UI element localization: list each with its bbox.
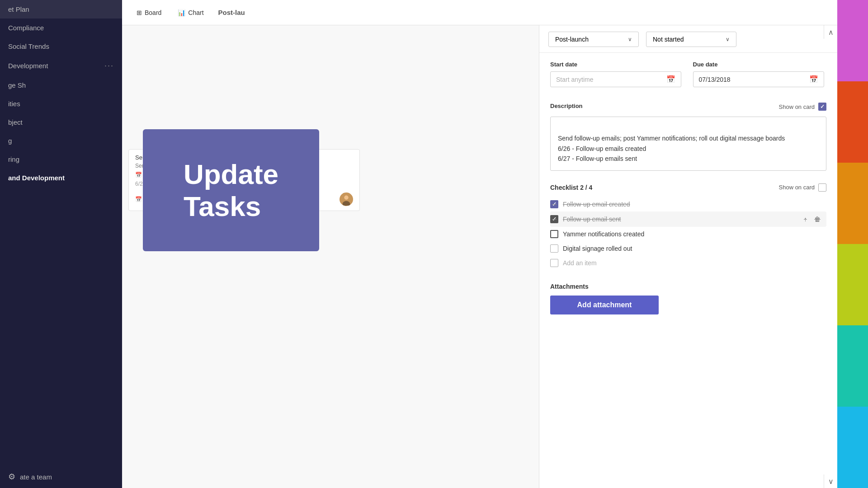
start-date-col: Start date Start anytime 📅 xyxy=(550,61,684,87)
checklist-item-1-actions: ↑ 🗑 xyxy=(802,215,823,224)
phase-chevron-icon: ∨ xyxy=(628,36,632,42)
sidebar-item-development[interactable]: Development ··· xyxy=(0,56,122,76)
card-detail-panel: Post-launch ∨ Not started ∨ Start date S… xyxy=(539,25,837,488)
checklist-checkbox-2[interactable] xyxy=(550,230,558,238)
checklist-checkbox-3[interactable] xyxy=(550,244,558,253)
due-date-label: Due date xyxy=(693,61,827,68)
add-attachment-button[interactable]: Add attachment xyxy=(550,296,659,314)
checklist-title: Checklist 2 / 4 xyxy=(550,184,592,191)
board-columns: Send t Send fo notifica 📅 6/26 - 6/27 - … xyxy=(122,25,366,488)
attachments-section: Attachments Add attachment xyxy=(539,275,837,319)
due-date-col: Due date 07/13/2018 📅 xyxy=(693,61,827,87)
swatch-magenta[interactable] xyxy=(837,0,868,81)
scroll-down-arrow[interactable]: ∨ xyxy=(824,474,837,488)
checklist-item-1-up-button[interactable]: ↑ xyxy=(802,215,809,224)
more-options-icon[interactable]: ··· xyxy=(104,61,114,70)
overlay-card-text: Update Tasks xyxy=(175,149,288,232)
description-label: Description xyxy=(550,103,583,109)
dates-section: Start date Start anytime 📅 Due date 07/1… xyxy=(539,53,837,94)
start-date-placeholder: Start anytime xyxy=(556,76,593,83)
checklist-item-1-delete-button[interactable]: 🗑 xyxy=(812,215,823,224)
sidebar-item-bject[interactable]: bject xyxy=(0,113,122,131)
avatar xyxy=(340,192,353,206)
calendar-icon: 📅 xyxy=(135,172,142,178)
checklist-item-3: Digital signage rolled out xyxy=(550,241,826,256)
checklist-show-on-card: Show on card xyxy=(779,183,827,192)
detail-top-dropdowns: Post-launch ∨ Not started ∨ xyxy=(539,25,837,53)
swatch-red-orange[interactable] xyxy=(837,81,868,163)
chart-view-button[interactable]: 📊 Chart xyxy=(171,6,210,19)
board-icon: ⊞ xyxy=(137,9,142,16)
color-palette xyxy=(837,0,868,488)
status-chevron-icon: ∨ xyxy=(726,36,730,42)
checklist-item-1: Follow-up email sent ↑ 🗑 xyxy=(550,211,826,227)
sidebar: et Plan Compliance Social Trends Develop… xyxy=(0,0,122,488)
chart-icon: 📊 xyxy=(178,9,185,16)
sidebar-item-ring[interactable]: ring xyxy=(0,150,122,169)
sidebar-item-g[interactable]: g xyxy=(0,131,122,150)
board-area: Send t Send fo notifica 📅 6/26 - 6/27 - … xyxy=(122,25,868,488)
main-area: ⊞ Board 📊 Chart Post-lau Send t Send fo … xyxy=(122,0,868,488)
sidebar-item-compliance[interactable]: Compliance xyxy=(0,19,122,37)
description-show-on-card-checkbox[interactable] xyxy=(818,103,826,111)
phase-dropdown[interactable]: Post-launch ∨ xyxy=(548,32,639,47)
checklist-item-0: Follow-up email created xyxy=(550,197,826,211)
swatch-teal[interactable] xyxy=(837,325,868,407)
swatch-yellow-green[interactable] xyxy=(837,244,868,325)
status-dropdown[interactable]: Not started ∨ xyxy=(646,32,736,47)
swatch-orange[interactable] xyxy=(837,163,868,244)
board-view-button[interactable]: ⊞ Board xyxy=(130,6,168,19)
checklist-checkbox-0[interactable] xyxy=(550,200,558,208)
scroll-up-arrow[interactable]: ∧ xyxy=(824,25,837,39)
post-launch-header: Post-lau xyxy=(218,9,245,16)
calendar-icon-2: 📅 xyxy=(135,196,142,202)
sidebar-item-ge-sh[interactable]: ge Sh xyxy=(0,76,122,94)
attachments-title: Attachments xyxy=(550,283,826,290)
overlay-update-tasks[interactable]: Update Tasks xyxy=(143,129,319,251)
start-date-label: Start date xyxy=(550,61,684,68)
description-show-on-card: Show on card xyxy=(779,103,827,111)
svg-point-1 xyxy=(344,196,348,200)
create-team-button[interactable]: ⚙ ate a team xyxy=(0,465,122,488)
due-calendar-icon: 📅 xyxy=(809,75,818,84)
sidebar-item-ities[interactable]: ities xyxy=(0,94,122,113)
sidebar-item-social-trends[interactable]: Social Trends xyxy=(0,37,122,56)
sidebar-item-market-plan[interactable]: et Plan xyxy=(0,0,122,19)
start-calendar-icon: 📅 xyxy=(666,75,675,84)
add-checklist-item-row[interactable]: Add an item xyxy=(550,256,826,270)
top-bar: ⊞ Board 📊 Chart Post-lau xyxy=(122,0,868,25)
checklist-section: Checklist 2 / 4 Show on card Follow-up e… xyxy=(539,175,837,275)
description-section: Description Show on card Send follow-up … xyxy=(539,94,837,175)
checklist-checkbox-1[interactable] xyxy=(550,215,558,223)
sidebar-item-and-development[interactable]: and Development xyxy=(0,169,122,187)
gear-icon: ⚙ xyxy=(8,472,15,482)
due-date-value: 07/13/2018 xyxy=(699,76,731,83)
start-date-field[interactable]: Start anytime 📅 xyxy=(550,71,681,87)
due-date-field[interactable]: 07/13/2018 📅 xyxy=(693,71,824,87)
add-item-checkbox xyxy=(550,259,558,267)
checklist-item-2: Yammer notifications created xyxy=(550,227,826,241)
checklist-show-on-card-checkbox[interactable] xyxy=(818,183,826,192)
swatch-cyan[interactable] xyxy=(837,407,868,488)
description-text[interactable]: Send follow-up emails; post Yammer notif… xyxy=(550,117,826,171)
